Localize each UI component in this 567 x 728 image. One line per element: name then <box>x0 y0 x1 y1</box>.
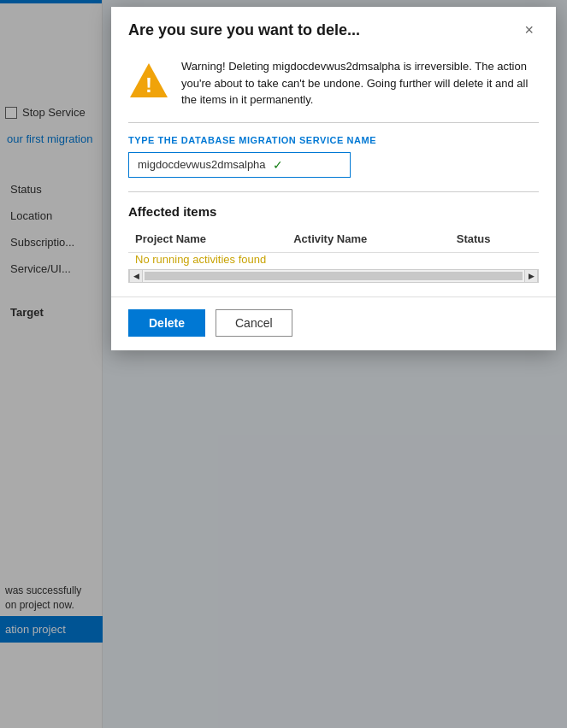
input-section: TYPE THE DATABASE MIGRATION SERVICE NAME… <box>128 135 539 178</box>
affected-items-table: Project Name Activity Name Status No run… <box>128 229 539 266</box>
scroll-track[interactable] <box>145 272 523 280</box>
col-status: Status <box>450 229 539 253</box>
warning-text: Warning! Deleting migdocdevwus2dmsalpha … <box>181 58 539 109</box>
modal-header: Are you sure you want to dele... × <box>111 7 556 50</box>
divider-2 <box>128 191 539 192</box>
modal-footer: Delete Cancel <box>111 296 556 350</box>
cancel-button[interactable]: Cancel <box>216 309 292 337</box>
table-row: No running activities found <box>128 252 539 266</box>
divider-1 <box>128 122 539 123</box>
modal-close-button[interactable]: × <box>519 21 539 39</box>
scroll-left-arrow[interactable]: ◀ <box>129 269 143 283</box>
service-name-value: migdocdevwus2dmsalpha <box>138 158 266 171</box>
modal-body: ! Warning! Deleting migdocdevwus2dmsalph… <box>111 50 556 296</box>
modal-title: Are you sure you want to dele... <box>128 21 360 39</box>
delete-modal: Are you sure you want to dele... × ! War… <box>111 7 556 350</box>
no-activities-text: No running activities found <box>128 244 273 274</box>
service-name-input-box[interactable]: migdocdevwus2dmsalpha ✓ <box>128 152 351 178</box>
warning-icon: ! <box>128 60 169 101</box>
affected-items-section: Affected items Project Name Activity Nam… <box>128 204 539 283</box>
affected-items-title: Affected items <box>128 204 539 219</box>
input-label: TYPE THE DATABASE MIGRATION SERVICE NAME <box>128 135 539 145</box>
warning-section: ! Warning! Deleting migdocdevwus2dmsalph… <box>128 58 539 109</box>
check-icon: ✓ <box>273 158 341 172</box>
col-activity-name: Activity Name <box>286 229 450 253</box>
scroll-right-arrow[interactable]: ▶ <box>524 269 538 283</box>
scrollbar-row[interactable]: ◀ ▶ <box>128 269 539 283</box>
delete-button[interactable]: Delete <box>128 309 205 337</box>
svg-text:!: ! <box>145 73 152 97</box>
